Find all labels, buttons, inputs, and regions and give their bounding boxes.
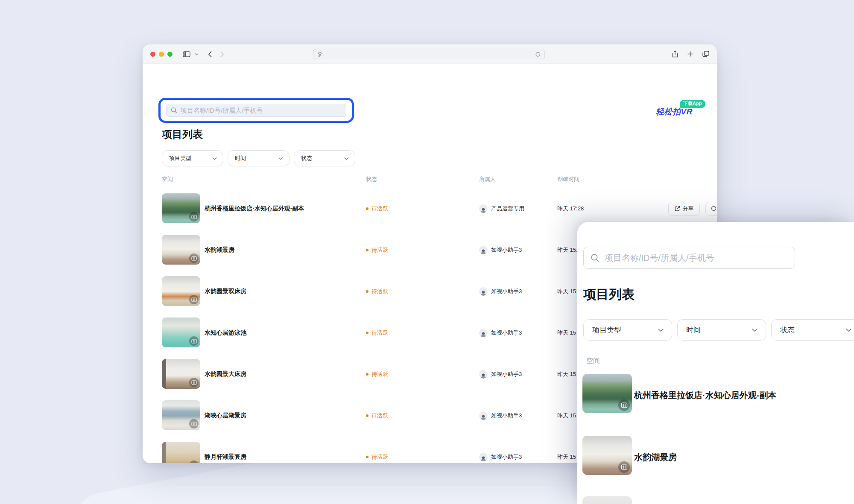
chevron-down-icon — [658, 328, 664, 332]
window-controls — [150, 52, 173, 57]
project-thumbnail[interactable] — [162, 276, 200, 306]
project-thumbnail[interactable] — [162, 359, 200, 389]
filter-label: 状态 — [780, 325, 795, 335]
filter-project-type[interactable]: 项目类型 — [162, 150, 223, 166]
reload-icon[interactable] — [535, 52, 541, 57]
zoom-window-button[interactable] — [167, 52, 173, 57]
status-text: 待活跃 — [371, 453, 388, 461]
status-dot — [366, 373, 369, 376]
filter-label: 时间 — [686, 325, 701, 335]
vr-pano-icon — [189, 336, 199, 346]
column-header-owner: 所属人 — [479, 175, 496, 183]
vr-pano-icon — [618, 399, 630, 411]
project-thumbnail[interactable] — [162, 400, 200, 430]
filter-status[interactable]: 状态 — [294, 150, 355, 166]
status-dot — [366, 207, 369, 210]
filter-time[interactable]: 时间 — [228, 150, 290, 166]
new-tab-icon[interactable] — [687, 51, 693, 57]
project-name[interactable]: 水韵园景双床房 — [205, 288, 246, 295]
owner-cell: 如视小助手3 — [479, 411, 522, 420]
owner-cell: 如视小助手3 — [479, 246, 522, 254]
owner-cell: 如视小助手3 — [479, 287, 522, 296]
filter-label: 项目类型 — [169, 154, 191, 162]
status-badge: 待活跃 — [366, 370, 388, 378]
status-text: 待活跃 — [371, 329, 388, 337]
avatar — [479, 246, 488, 254]
filter-label: 时间 — [235, 154, 246, 162]
partial-cut-button[interactable] — [705, 202, 717, 216]
reader-icon[interactable] — [317, 52, 322, 57]
created-time: 昨天 15 — [557, 370, 576, 378]
close-window-button[interactable] — [150, 52, 155, 57]
created-time: 昨天 15 — [557, 288, 576, 295]
owner-name: 如视小助手3 — [491, 370, 522, 378]
project-name[interactable]: 水韵湖景房 — [634, 452, 677, 463]
sidebar-toggle-icon[interactable] — [183, 51, 190, 57]
overlay-column-header-space: 空间 — [586, 357, 600, 366]
created-time: 昨天 17:28 — [557, 205, 584, 213]
project-name[interactable]: 水知心居游泳池 — [205, 329, 246, 337]
project-name[interactable]: 杭州香格里拉饭店·水知心居外观-副本 — [634, 390, 776, 401]
project-name[interactable]: 水韵园景大床房 — [205, 370, 246, 378]
owner-name: 如视小助手3 — [491, 412, 522, 420]
tab-overview-icon[interactable] — [702, 51, 709, 57]
project-thumbnail[interactable] — [582, 374, 632, 413]
avatar — [479, 287, 488, 296]
sidebar-chevron-down-icon[interactable] — [195, 53, 199, 55]
overlay-search-input[interactable] — [605, 253, 788, 263]
share-button-label: 分享 — [683, 205, 694, 213]
chevron-down-icon — [752, 328, 758, 332]
search-input[interactable] — [181, 107, 342, 114]
avatar — [479, 329, 488, 337]
project-thumbnail[interactable] — [162, 442, 200, 463]
vr-pano-icon — [618, 461, 630, 473]
project-thumbnail[interactable] — [162, 235, 200, 265]
owner-cell: 如视小助手3 — [479, 329, 522, 337]
owner-cell: 产品运营专用 — [479, 204, 524, 213]
share-page-icon[interactable] — [672, 50, 678, 58]
vr-pano-icon — [189, 419, 199, 428]
project-thumbnail[interactable] — [162, 193, 200, 223]
minimize-window-button[interactable] — [159, 52, 164, 57]
address-bar[interactable] — [313, 49, 545, 60]
project-thumbnail[interactable] — [582, 436, 632, 475]
chevron-down-icon — [278, 157, 283, 160]
share-button[interactable]: 分享 — [668, 202, 700, 216]
brand-logo[interactable]: 轻松拍VR — [656, 106, 693, 117]
search-box[interactable] — [166, 104, 346, 117]
project-name[interactable]: 湖映心居湖景房 — [205, 412, 246, 420]
status-text: 待活跃 — [371, 370, 388, 378]
project-name[interactable]: 静月轩湖景套房 — [205, 453, 246, 461]
status-text: 待活跃 — [371, 288, 388, 295]
owner-name: 如视小助手3 — [491, 329, 522, 337]
owner-name: 如视小助手3 — [491, 453, 522, 461]
created-time: 昨天 15 — [557, 329, 576, 337]
zoom-overlay-panel: 项目列表 项目类型 时间 状态 空间 杭州香格里拉饭店·水知心居外观-副本 — [577, 222, 854, 504]
overlay-table-row[interactable] — [577, 496, 854, 504]
browser-toolbar — [143, 44, 717, 64]
status-badge: 待活跃 — [366, 246, 388, 254]
page-title: 项目列表 — [162, 128, 203, 141]
created-time: 昨天 15 — [557, 453, 576, 461]
overlay-table-row[interactable]: 杭州香格里拉饭店·水知心居外观-副本 — [577, 374, 854, 417]
project-name[interactable]: 杭州香格里拉饭店·水知心居外观-副本 — [205, 205, 304, 213]
filter-label: 状态 — [301, 154, 312, 162]
overlay-table-row[interactable]: 水韵湖景房 — [577, 436, 854, 478]
vr-pano-icon — [189, 460, 199, 463]
status-badge: 待活跃 — [366, 453, 388, 461]
overlay-filter-status[interactable]: 状态 — [771, 319, 854, 341]
back-button-icon[interactable] — [208, 51, 212, 58]
project-thumbnail[interactable] — [162, 318, 200, 347]
forward-button-icon[interactable] — [220, 51, 224, 58]
status-badge: 待活跃 — [366, 205, 388, 213]
owner-name: 如视小助手3 — [491, 288, 522, 295]
overlay-filter-time[interactable]: 时间 — [677, 319, 766, 341]
overlay-search-box[interactable] — [583, 247, 795, 269]
owner-name: 如视小助手3 — [491, 246, 522, 254]
vr-pano-icon — [189, 212, 199, 221]
status-text: 待活跃 — [371, 412, 388, 420]
project-name[interactable]: 水韵湖景房 — [205, 246, 234, 254]
overlay-filter-project-type[interactable]: 项目类型 — [583, 319, 672, 341]
project-thumbnail[interactable] — [582, 496, 632, 504]
header-divider — [711, 105, 711, 116]
